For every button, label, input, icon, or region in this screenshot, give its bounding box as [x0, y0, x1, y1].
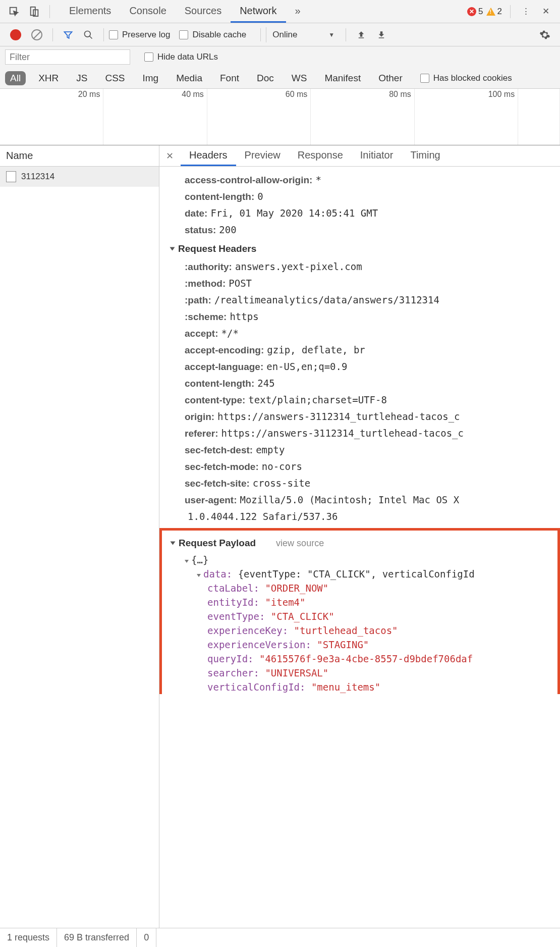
tick-label: 40 ms	[182, 90, 204, 99]
record-button[interactable]	[10, 29, 21, 40]
hide-data-urls-label: Hide data URLs	[157, 52, 218, 62]
header-row: sec-fetch-dest:empty	[159, 442, 560, 458]
svg-line-4	[90, 36, 92, 38]
file-icon	[6, 171, 16, 182]
divider	[510, 5, 511, 18]
type-manifest[interactable]: Manifest	[319, 71, 366, 85]
checkbox-icon	[144, 52, 153, 62]
header-row: access-control-allow-origin:*	[159, 172, 560, 188]
inspect-element-icon[interactable]	[7, 5, 21, 19]
warning-icon	[486, 8, 495, 16]
search-icon[interactable]	[81, 28, 95, 42]
payload-field: ctaLabel: "ORDER_NOW"	[162, 581, 557, 595]
device-toggle-icon[interactable]	[27, 5, 41, 19]
type-css[interactable]: CSS	[100, 71, 130, 85]
error-icon: ✕	[467, 7, 476, 16]
payload-field: experienceVersion: "STAGING"	[162, 638, 557, 652]
payload-root[interactable]: {…}	[162, 553, 557, 567]
type-doc[interactable]: Doc	[252, 71, 279, 85]
error-number: 5	[478, 7, 483, 17]
detail-tab-preview[interactable]: Preview	[236, 145, 289, 166]
request-payload-toggle[interactable]: Request Payload view source	[162, 533, 557, 553]
name-column-header[interactable]: Name	[0, 145, 159, 167]
type-media[interactable]: Media	[171, 71, 207, 85]
request-row[interactable]: 3112314	[0, 167, 159, 187]
error-count[interactable]: ✕ 5	[467, 7, 483, 17]
disable-cache-checkbox[interactable]: Disable cache	[179, 30, 246, 40]
warning-count[interactable]: 2	[486, 7, 502, 17]
type-js[interactable]: JS	[71, 71, 92, 85]
disclosure-triangle-icon	[171, 542, 176, 545]
clear-button[interactable]	[31, 29, 42, 40]
tab-sources[interactable]: Sources	[176, 0, 231, 23]
detail-tab-headers[interactable]: Headers	[181, 145, 236, 166]
download-icon[interactable]	[374, 28, 388, 42]
payload-field: entityId: "item4"	[162, 595, 557, 609]
timeline-overview[interactable]: 20 ms 40 ms 60 ms 80 ms 100 ms	[0, 89, 560, 145]
header-row: referer:https://answers-3112314_turtlehe…	[159, 425, 560, 442]
header-row: sec-fetch-mode:no-cors	[159, 458, 560, 475]
chevron-down-icon: ▼	[328, 31, 334, 38]
devtools-top-toolbar: Elements Console Sources Network » ✕ 5 2…	[0, 0, 560, 23]
type-img[interactable]: Img	[138, 71, 164, 85]
headers-scroll[interactable]: access-control-allow-origin:*content-len…	[159, 167, 560, 928]
disclosure-triangle-icon	[197, 574, 201, 577]
type-other[interactable]: Other	[373, 71, 408, 85]
header-row: content-type:text/plain;charset=UTF-8	[159, 392, 560, 408]
header-row: origin:https://answers-3112314_turtlehea…	[159, 408, 560, 425]
divider	[52, 28, 53, 41]
header-row: :method:POST	[159, 275, 560, 292]
status-bar: 1 requests 69 B transferred 0	[0, 928, 560, 947]
preserve-log-checkbox[interactable]: Preserve log	[109, 30, 170, 40]
divider	[260, 28, 261, 41]
detail-tab-timing[interactable]: Timing	[402, 145, 449, 166]
kebab-menu-icon[interactable]: ⋮	[519, 5, 533, 19]
type-ws[interactable]: WS	[287, 71, 312, 85]
svg-rect-6	[379, 37, 384, 38]
svg-point-3	[85, 31, 91, 37]
detail-tab-response[interactable]: Response	[289, 145, 352, 166]
detail-tab-initiator[interactable]: Initiator	[352, 145, 402, 166]
upload-icon[interactable]	[354, 28, 368, 42]
disclosure-triangle-icon	[185, 560, 189, 563]
filter-icon[interactable]	[61, 28, 75, 42]
tab-more[interactable]: »	[286, 0, 310, 23]
filter-bar: Hide data URLs	[0, 46, 560, 68]
header-row: user-agent:Mozilla/5.0 (Macintosh; Intel…	[159, 492, 560, 508]
tab-elements[interactable]: Elements	[60, 0, 120, 23]
payload-data-row[interactable]: data: {eventType: "CTA_CLICK", verticalC…	[162, 567, 557, 581]
header-row: content-length:0	[159, 188, 560, 205]
status-transferred: 69 B transferred	[57, 928, 137, 947]
close-icon[interactable]: ✕	[539, 5, 553, 19]
type-font[interactable]: Font	[215, 71, 244, 85]
request-payload-highlight: Request Payload view source {…} data: {e…	[159, 528, 560, 694]
disclosure-triangle-icon	[170, 247, 175, 251]
has-blocked-label: Has blocked cookies	[433, 73, 512, 83]
type-all[interactable]: All	[5, 71, 26, 85]
throttle-value: Online	[272, 30, 297, 40]
header-row: sec-fetch-site:cross-site	[159, 475, 560, 492]
tab-network[interactable]: Network	[231, 0, 286, 23]
header-row: :path:/realtimeanalytics/data/answers/31…	[159, 292, 560, 308]
header-row: :scheme:https	[159, 308, 560, 325]
header-row: :authority:answers.yext-pixel.com	[159, 258, 560, 275]
payload-field: eventType: "CTA_CLICK"	[162, 609, 557, 623]
view-source-link[interactable]: view source	[276, 538, 324, 549]
tick-label: 20 ms	[78, 90, 100, 99]
gear-icon[interactable]	[538, 28, 552, 42]
payload-field: searcher: "UNIVERSAL"	[162, 666, 557, 680]
panel-tabs: Elements Console Sources Network »	[60, 0, 467, 23]
request-list: Name 3112314	[0, 145, 159, 928]
hide-data-urls-checkbox[interactable]: Hide data URLs	[144, 52, 218, 62]
header-row: accept-encoding:gzip, deflate, br	[159, 342, 560, 358]
filter-input[interactable]	[5, 49, 130, 65]
tab-console[interactable]: Console	[120, 0, 175, 23]
has-blocked-cookies-checkbox[interactable]: Has blocked cookies	[420, 73, 512, 83]
type-xhr[interactable]: XHR	[33, 71, 64, 85]
status-resources: 0	[137, 928, 156, 947]
throttling-select[interactable]: Online ▼	[266, 27, 341, 42]
close-detail-icon[interactable]: ✕	[163, 150, 176, 162]
request-headers-toggle[interactable]: Request Headers	[159, 238, 560, 258]
preserve-log-label: Preserve log	[122, 30, 170, 40]
checkbox-icon	[179, 30, 188, 39]
